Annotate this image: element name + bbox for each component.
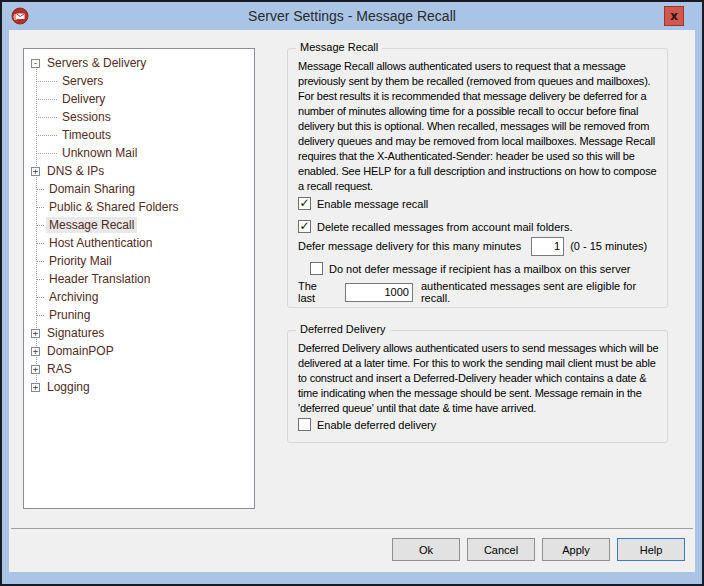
- tree-item-public-shared-folders[interactable]: Public & Shared Folders: [24, 198, 254, 216]
- tree-item-label: Delivery: [59, 91, 108, 107]
- tree-item-label: Message Recall: [46, 217, 137, 233]
- deferred-delivery-description: Deferred Delivery allows authenticated u…: [298, 341, 664, 416]
- tree-item-sessions[interactable]: Sessions: [24, 108, 254, 126]
- footer-separator: [11, 528, 693, 529]
- tree-item-label: Timeouts: [59, 127, 114, 143]
- tree-branch-line: [36, 297, 44, 298]
- tree-item-ras[interactable]: + RAS: [24, 360, 254, 378]
- defer-minutes-input[interactable]: [531, 237, 564, 256]
- tree-branch-line: [36, 315, 44, 316]
- tree-item-label: Public & Shared Folders: [46, 199, 181, 215]
- no-defer-checkbox[interactable]: Do not defer message if recipient has a …: [310, 261, 630, 276]
- checkbox-unchecked-icon[interactable]: [298, 418, 311, 431]
- message-recall-group: Message Recall Message Recall allows aut…: [287, 48, 668, 308]
- tree-item-label: RAS: [44, 361, 75, 377]
- defer-minutes-row: Defer message delivery for this many min…: [298, 236, 647, 256]
- deferred-delivery-group: Deferred Delivery Deferred Delivery allo…: [287, 330, 668, 443]
- tree-item-domainpop[interactable]: + DomainPOP: [24, 342, 254, 360]
- dialog-content: - Servers & Delivery Servers Delivery Se…: [9, 30, 695, 572]
- tree-item-delivery[interactable]: Delivery: [24, 90, 254, 108]
- tree-branch-line: [36, 279, 44, 280]
- tree-item-label: Archiving: [46, 289, 101, 305]
- tree-item-label: Servers & Delivery: [44, 55, 149, 71]
- tree-item-unknown-mail[interactable]: Unknown Mail: [24, 144, 254, 162]
- checkbox-checked-icon[interactable]: ✓: [298, 220, 311, 233]
- last-messages-label: The last: [298, 280, 337, 304]
- tree-branch-line: [36, 189, 44, 190]
- checkbox-label: Do not defer message if recipient has a …: [329, 263, 630, 275]
- checkbox-label: Delete recalled messages from account ma…: [317, 221, 573, 233]
- tree-branch-line: [36, 207, 44, 208]
- title-bar: Server Settings - Message Recall x: [2, 2, 702, 30]
- tree-branch-line: [36, 99, 57, 100]
- checkbox-label: Enable message recall: [317, 198, 428, 210]
- close-button[interactable]: x: [664, 6, 684, 26]
- tree-branch-line: [36, 135, 57, 136]
- group-title: Message Recall: [296, 41, 382, 53]
- tree-item-label: Priority Mail: [46, 253, 115, 269]
- tree-item-message-recall[interactable]: Message Recall: [24, 216, 254, 234]
- help-button[interactable]: Help: [617, 538, 685, 561]
- expand-icon[interactable]: +: [31, 167, 40, 176]
- cancel-button[interactable]: Cancel: [467, 538, 535, 561]
- enable-deferred-delivery-checkbox[interactable]: Enable deferred delivery: [298, 417, 436, 432]
- tree-item-label: DomainPOP: [44, 343, 117, 359]
- window-title: Server Settings - Message Recall: [248, 8, 456, 24]
- collapse-icon[interactable]: -: [31, 59, 40, 68]
- tree-item-host-authentication[interactable]: Host Authentication: [24, 234, 254, 252]
- delete-recalled-checkbox[interactable]: ✓ Delete recalled messages from account …: [298, 219, 573, 234]
- tree-branch-line: [36, 243, 44, 244]
- enable-message-recall-checkbox[interactable]: ✓ Enable message recall: [298, 196, 428, 211]
- tree-item-signatures[interactable]: + Signatures: [24, 324, 254, 342]
- tree-item-servers-delivery[interactable]: - Servers & Delivery: [24, 54, 254, 72]
- tree-item-logging[interactable]: + Logging: [24, 378, 254, 396]
- tree-branch-line: [36, 117, 57, 118]
- checkbox-unchecked-icon[interactable]: [310, 262, 323, 275]
- tree-item-pruning[interactable]: Pruning: [24, 306, 254, 324]
- checkbox-label: Enable deferred delivery: [317, 419, 436, 431]
- app-icon: [11, 7, 29, 25]
- expand-icon[interactable]: +: [31, 365, 40, 374]
- ok-button[interactable]: Ok: [392, 538, 460, 561]
- tree-item-label: Signatures: [44, 325, 107, 341]
- button-row: Ok Cancel Apply Help: [392, 538, 685, 561]
- tree-item-label: Pruning: [46, 307, 93, 323]
- tree-item-header-translation[interactable]: Header Translation: [24, 270, 254, 288]
- dialog-window: Server Settings - Message Recall x - Ser…: [0, 0, 704, 586]
- tree-item-label: DNS & IPs: [44, 163, 107, 179]
- tree-item-label: Domain Sharing: [46, 181, 138, 197]
- recall-eligible-row: The last authenticated messages sent are…: [298, 282, 667, 302]
- tree-item-label: Servers: [59, 73, 106, 89]
- tree-item-label: Sessions: [59, 109, 114, 125]
- expand-icon[interactable]: +: [31, 347, 40, 356]
- tree-item-label: Header Translation: [46, 271, 153, 287]
- checkbox-checked-icon[interactable]: ✓: [298, 197, 311, 210]
- defer-minutes-label: Defer message delivery for this many min…: [298, 240, 521, 252]
- tree-item-label: Logging: [44, 379, 93, 395]
- tree-item-domain-sharing[interactable]: Domain Sharing: [24, 180, 254, 198]
- tree-item-timeouts[interactable]: Timeouts: [24, 126, 254, 144]
- tree-item-archiving[interactable]: Archiving: [24, 288, 254, 306]
- tree-branch-line: [36, 225, 44, 226]
- apply-button[interactable]: Apply: [542, 538, 610, 561]
- tree-branch-line: [36, 153, 57, 154]
- message-recall-description: Message Recall allows authenticated user…: [298, 59, 664, 194]
- defer-minutes-range: (0 - 15 minutes): [570, 240, 647, 252]
- expand-icon[interactable]: +: [31, 329, 40, 338]
- tree-branch-line: [36, 81, 57, 82]
- group-title: Deferred Delivery: [296, 323, 390, 335]
- tree-item-priority-mail[interactable]: Priority Mail: [24, 252, 254, 270]
- expand-icon[interactable]: +: [31, 383, 40, 392]
- tree-item-dns-ips[interactable]: + DNS & IPs: [24, 162, 254, 180]
- close-icon: x: [670, 9, 678, 23]
- tree-branch-line: [36, 261, 44, 262]
- tree-item-label: Host Authentication: [46, 235, 155, 251]
- last-messages-suffix: authenticated messages sent are eligible…: [421, 280, 667, 304]
- tree-item-label: Unknown Mail: [59, 145, 140, 161]
- recall-count-input[interactable]: [345, 283, 413, 302]
- tree-item-servers[interactable]: Servers: [24, 72, 254, 90]
- settings-tree: - Servers & Delivery Servers Delivery Se…: [23, 48, 255, 509]
